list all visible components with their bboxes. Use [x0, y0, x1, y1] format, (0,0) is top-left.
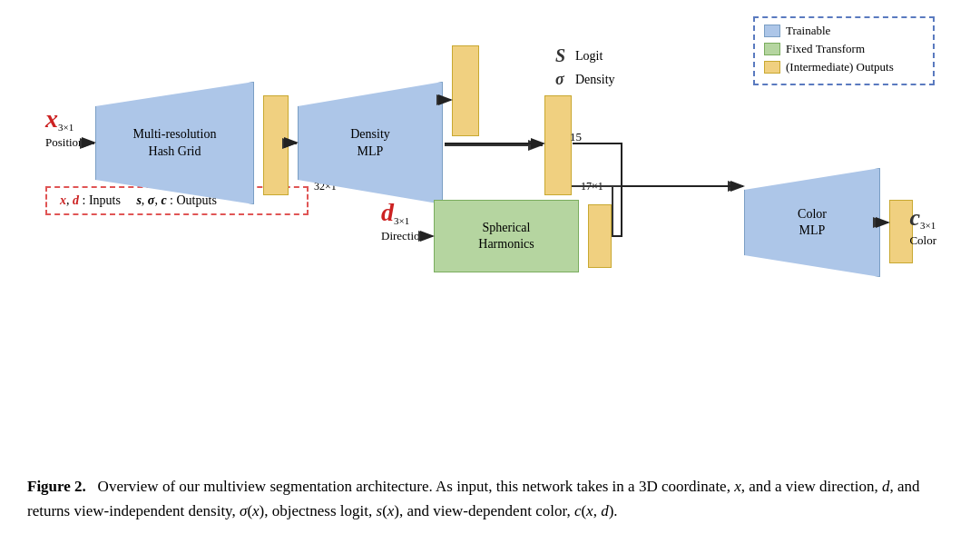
sigma-letter: σ: [555, 70, 575, 89]
hash-grid-output-bar: [263, 95, 289, 195]
spherical-harmonics-block: SphericalHarmonics: [434, 200, 579, 272]
intermediate-15-bar: [544, 95, 572, 195]
s-letter: S: [555, 45, 575, 66]
color-mlp-label: ColorMLP: [798, 206, 827, 239]
hash-grid-label: Multi-resolutionHash Grid: [133, 126, 217, 159]
legend-trainable-swatch: [764, 25, 780, 37]
legend-output-swatch: [764, 61, 780, 74]
label-17x1: 17×1: [581, 180, 603, 193]
sigma-density-row: σ Density: [555, 70, 664, 89]
s-logit-row: S Logit: [555, 45, 664, 66]
d-input-label: d3×1 Direction: [381, 198, 426, 243]
s-sigma-output-bar: [452, 45, 479, 136]
legend-trainable: Trainable: [764, 24, 924, 38]
diagram-area: Trainable Fixed Transform (Intermediate)…: [27, 9, 953, 309]
c-letter: c: [909, 204, 920, 231]
color-mlp-block: ColorMLP: [744, 168, 880, 277]
spherical-harmonics-label: SphericalHarmonics: [478, 220, 534, 252]
x-input-label: x3×1 Position: [45, 104, 84, 150]
legend-trainable-label: Trainable: [786, 24, 830, 38]
legend-fixed-swatch: [764, 43, 780, 55]
label-15: 15: [570, 130, 582, 144]
figure-label: Figure 2.: [27, 478, 86, 495]
legend-fixed: Fixed Transform: [764, 42, 924, 56]
density-mlp-label: DensityMLP: [350, 126, 390, 159]
x-position-label: Position: [45, 135, 84, 150]
legend-box: Trainable Fixed Transform (Intermediate)…: [753, 16, 935, 85]
legend-output: (Intermediate) Outputs: [764, 60, 924, 74]
sh-output-bar: [588, 204, 612, 268]
legend-fixed-label: Fixed Transform: [786, 42, 865, 56]
caption-text: Overview of our multiview segmentation a…: [27, 478, 920, 519]
density-label: Density: [575, 73, 615, 87]
d-letter: d: [381, 198, 394, 226]
d-direction-label: Direction: [381, 229, 426, 243]
c-output-label: c3×1 Color: [909, 204, 936, 248]
c-subscript: 3×1: [920, 220, 936, 231]
x-letter: x: [45, 104, 58, 133]
x-subscript: 3×1: [58, 122, 74, 133]
c-color-label: Color: [909, 233, 936, 248]
legend-output-label: (Intermediate) Outputs: [786, 60, 894, 74]
s-sigma-labels: S Logit σ Density: [555, 45, 664, 93]
figure-caption: Figure 2. Overview of our multiview segm…: [27, 475, 962, 523]
inputs-outputs-text: x, d : Inputs s, σ, c : Outputs: [60, 193, 217, 207]
logit-label: Logit: [575, 49, 603, 64]
d-subscript: 3×1: [394, 215, 409, 226]
